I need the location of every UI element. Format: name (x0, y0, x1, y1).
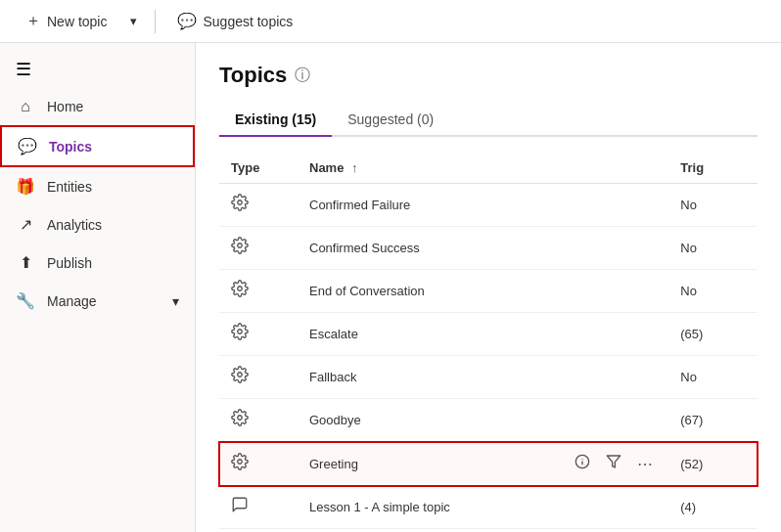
topic-type-icon (231, 283, 249, 301)
sidebar-item-label: Manage (47, 293, 97, 309)
topic-name: Greeting (309, 457, 358, 471)
tab-suggested[interactable]: Suggested (0) (332, 104, 449, 137)
sidebar-item-topics[interactable]: 💬 Topics (0, 125, 195, 167)
toolbar-divider (155, 10, 156, 33)
plus-icon: ＋ (25, 11, 41, 31)
row-info-button[interactable] (571, 452, 594, 475)
col-header-name[interactable]: Name ↑ (298, 153, 668, 184)
svg-point-1 (238, 244, 243, 248)
page-info-icon[interactable]: ⓘ (295, 66, 310, 86)
cell-type (219, 313, 298, 356)
topics-table: Type Name ↑ Trig Confirmed FailureNoConf… (219, 153, 758, 529)
cell-trigger: (52) (668, 442, 758, 486)
topic-type-icon (231, 326, 249, 344)
main-layout: ☰ ⌂ Home 💬 Topics 🎁 Entities ↗ Analytics… (0, 43, 781, 532)
toolbar: ＋ New topic ▾ 💬 Suggest topics (0, 0, 781, 43)
suggest-topics-label: Suggest topics (203, 14, 293, 29)
table-row[interactable]: Confirmed FailureNo (219, 184, 758, 227)
sidebar-item-entities[interactable]: 🎁 Entities (0, 167, 195, 205)
topic-type-icon (231, 412, 249, 430)
cell-type (219, 356, 298, 399)
cell-trigger: (65) (668, 313, 758, 356)
suggest-icon: 💬 (177, 12, 197, 30)
new-topic-button[interactable]: ＋ New topic (16, 5, 116, 37)
sidebar-item-publish[interactable]: ⬆ Publish (0, 244, 195, 282)
page-title-row: Topics ⓘ (219, 63, 758, 88)
topic-name: Confirmed Failure (298, 184, 668, 227)
cell-trigger: No (668, 227, 758, 270)
sidebar-item-manage[interactable]: 🔧 Manage ▾ (0, 282, 195, 320)
row-more-button[interactable]: ⋯ (633, 453, 657, 475)
sidebar-item-label: Publish (47, 255, 92, 271)
table-row[interactable]: End of ConversationNo (219, 270, 758, 313)
sidebar-item-label: Topics (49, 139, 92, 155)
col-header-trigger: Trig (668, 153, 758, 184)
table-header-row: Type Name ↑ Trig (219, 153, 758, 184)
table-row[interactable]: Goodbye(67) (219, 399, 758, 442)
topic-type-icon (231, 240, 249, 258)
new-topic-dropdown-button[interactable]: ▾ (124, 8, 143, 34)
svg-point-2 (238, 287, 243, 291)
topic-name: Escalate (298, 313, 668, 356)
suggest-topics-button[interactable]: 💬 Suggest topics (167, 6, 302, 36)
table-row[interactable]: Lesson 1 - A simple topic(4) (219, 486, 758, 529)
topic-name: Fallback (298, 356, 668, 399)
cell-trigger: (4) (668, 486, 758, 529)
sidebar-item-analytics[interactable]: ↗ Analytics (0, 205, 195, 244)
svg-point-6 (238, 459, 243, 464)
sort-arrow-icon: ↑ (351, 160, 358, 175)
cell-type (219, 442, 298, 486)
cell-trigger: (67) (668, 399, 758, 442)
svg-marker-10 (608, 456, 620, 467)
topic-name: Lesson 1 - A simple topic (298, 486, 668, 529)
topic-type-icon (231, 499, 249, 517)
publish-icon: ⬆ (16, 253, 35, 272)
content-area: Topics ⓘ Existing (15) Suggested (0) Typ… (196, 43, 781, 532)
cell-type (219, 184, 298, 227)
topic-name: Confirmed Success (298, 227, 668, 270)
table-row[interactable]: Confirmed SuccessNo (219, 227, 758, 270)
tab-existing-label: Existing (15) (235, 111, 316, 127)
manage-icon: 🔧 (16, 291, 35, 310)
cell-trigger: No (668, 356, 758, 399)
svg-point-3 (238, 330, 243, 334)
cell-type (219, 399, 298, 442)
sidebar-item-label: Home (47, 99, 83, 114)
cell-trigger: No (668, 184, 758, 227)
page-title: Topics (219, 63, 287, 88)
tab-suggested-label: Suggested (0) (347, 111, 434, 127)
home-icon: ⌂ (16, 98, 35, 115)
row-actions: ⋯ (571, 452, 657, 475)
topic-name: Goodbye (298, 399, 668, 442)
svg-point-0 (238, 200, 243, 205)
entities-icon: 🎁 (16, 177, 35, 196)
sidebar-item-label: Analytics (47, 217, 102, 233)
svg-point-5 (238, 416, 243, 421)
table-row[interactable]: FallbackNo (219, 356, 758, 399)
col-header-type: Type (219, 153, 298, 184)
topic-type-icon (231, 456, 249, 474)
hamburger-icon[interactable]: ☰ (0, 51, 195, 88)
sidebar: ☰ ⌂ Home 💬 Topics 🎁 Entities ↗ Analytics… (0, 43, 196, 532)
cell-type (219, 270, 298, 313)
sidebar-item-label: Entities (47, 179, 92, 195)
row-filter-button[interactable] (602, 452, 625, 475)
tabs-bar: Existing (15) Suggested (0) (219, 104, 758, 137)
topic-name: End of Conversation (298, 270, 668, 313)
table-row[interactable]: Greeting⋯(52) (219, 442, 758, 486)
topic-type-icon (231, 197, 249, 215)
cell-trigger: No (668, 270, 758, 313)
sidebar-item-home[interactable]: ⌂ Home (0, 88, 195, 125)
topics-icon: 💬 (18, 137, 37, 155)
topic-type-icon (231, 369, 249, 387)
tab-existing[interactable]: Existing (15) (219, 104, 332, 137)
new-topic-label: New topic (47, 14, 107, 29)
analytics-icon: ↗ (16, 215, 35, 234)
cell-type (219, 486, 298, 529)
svg-point-4 (238, 373, 243, 377)
cell-name: Greeting⋯ (298, 442, 668, 486)
cell-type (219, 227, 298, 270)
chevron-down-icon: ▾ (172, 293, 179, 309)
table-row[interactable]: Escalate(65) (219, 313, 758, 356)
